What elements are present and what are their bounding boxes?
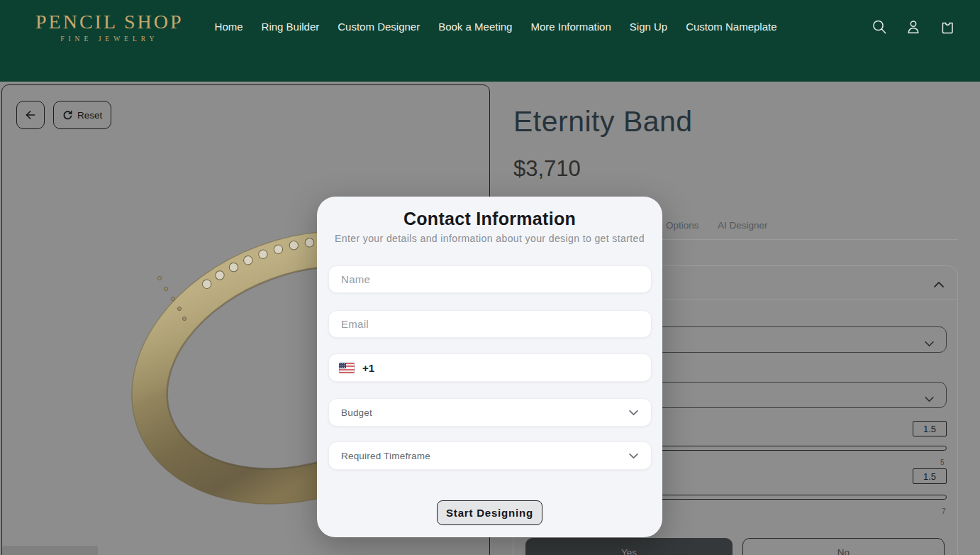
reset-button[interactable]: Reset <box>53 101 111 129</box>
chevron-down-icon <box>924 392 935 405</box>
phone-input[interactable]: +1 <box>328 353 652 382</box>
budget-select[interactable]: Budget <box>328 398 652 427</box>
viewer-watermark <box>2 546 98 555</box>
tab-ai-designer[interactable]: AI Designer <box>718 220 768 231</box>
account-icon[interactable] <box>905 18 922 35</box>
reset-icon <box>62 110 73 121</box>
modal-title: Contact Information <box>317 209 662 229</box>
nav-custom-designer[interactable]: Custom Designer <box>338 21 420 33</box>
search-icon[interactable] <box>871 18 888 35</box>
nav-custom-nameplate[interactable]: Custom Nameplate <box>686 21 776 33</box>
back-button[interactable] <box>16 101 45 129</box>
nav-more-information[interactable]: More Information <box>530 21 611 33</box>
slider-value-input-2[interactable] <box>913 468 947 484</box>
nav-sign-up[interactable]: Sign Up <box>630 21 667 33</box>
product-price: $3,710 <box>513 156 581 182</box>
product-title: Eternity Band <box>513 105 693 138</box>
phone-country-code: +1 <box>362 362 374 374</box>
slider-max-label-2: 7 <box>942 507 946 515</box>
yes-button[interactable]: Yes <box>525 538 733 555</box>
shop-logo-title: PENCIL SHOP <box>35 11 184 33</box>
tab-options[interactable]: Options <box>666 220 699 231</box>
back-arrow-icon <box>23 108 38 122</box>
nav-book-a-meeting[interactable]: Book a Meeting <box>438 21 512 33</box>
name-input[interactable] <box>328 265 652 293</box>
cart-icon[interactable] <box>939 18 956 35</box>
us-flag-icon[interactable] <box>339 363 355 373</box>
slider-value-input-1[interactable] <box>913 421 947 436</box>
site-header: PENCIL SHOP FINE JEWELRY Home Ring Build… <box>0 0 980 82</box>
contact-information-modal: Contact Information Enter your details a… <box>317 197 662 537</box>
start-designing-button[interactable]: Start Designing <box>437 500 542 525</box>
email-input[interactable] <box>328 310 652 338</box>
chevron-up-icon <box>933 278 945 291</box>
budget-select-label: Budget <box>341 407 372 418</box>
modal-subtitle: Enter your details and information about… <box>317 233 662 244</box>
reset-label: Reset <box>77 110 102 121</box>
nav-home[interactable]: Home <box>215 21 243 33</box>
timeframe-select-label: Required Timeframe <box>341 451 430 461</box>
main-nav: Home Ring Builder Custom Designer Book a… <box>215 21 777 33</box>
slider-max-label-1: 5 <box>940 458 945 466</box>
chevron-down-icon <box>924 337 935 350</box>
chevron-down-icon <box>628 410 639 416</box>
chevron-down-icon <box>628 453 639 459</box>
shop-logo[interactable]: PENCIL SHOP FINE JEWELRY <box>35 11 184 43</box>
no-button[interactable]: No <box>742 538 945 555</box>
nav-ring-builder[interactable]: Ring Builder <box>262 21 320 33</box>
shop-logo-subtitle: FINE JEWELRY <box>60 35 158 43</box>
timeframe-select[interactable]: Required Timeframe <box>328 441 652 470</box>
